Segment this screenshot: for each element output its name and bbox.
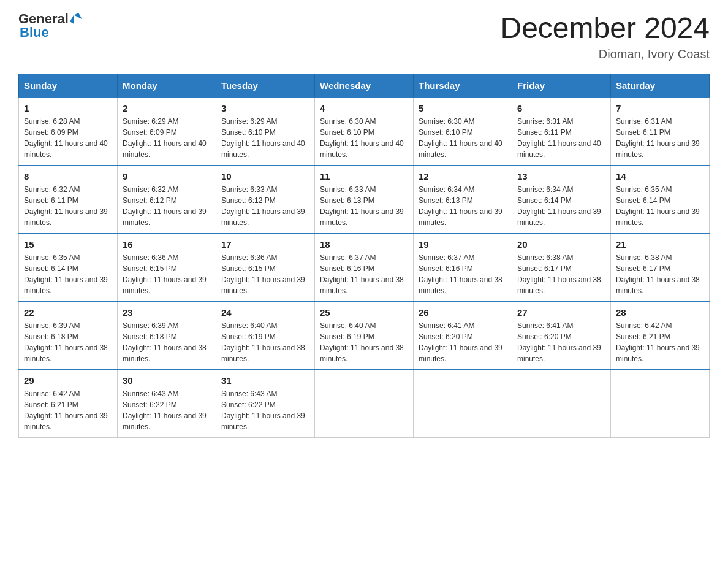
day-info: Sunrise: 6:42 AMSunset: 6:21 PMDaylight:…: [24, 388, 112, 432]
logo-text-general: General: [18, 12, 69, 26]
day-info: Sunrise: 6:42 AMSunset: 6:21 PMDaylight:…: [616, 320, 704, 364]
calendar-cell: 23 Sunrise: 6:39 AMSunset: 6:18 PMDaylig…: [118, 302, 216, 370]
calendar-cell: 29 Sunrise: 6:42 AMSunset: 6:21 PMDaylig…: [19, 370, 118, 438]
day-info: Sunrise: 6:31 AMSunset: 6:11 PMDaylight:…: [616, 116, 704, 160]
day-info: Sunrise: 6:41 AMSunset: 6:20 PMDaylight:…: [517, 320, 605, 364]
week-row-1: 1 Sunrise: 6:28 AMSunset: 6:09 PMDayligh…: [19, 98, 710, 166]
day-number: 8: [24, 171, 112, 182]
day-info: Sunrise: 6:32 AMSunset: 6:11 PMDaylight:…: [24, 184, 112, 228]
week-row-4: 22 Sunrise: 6:39 AMSunset: 6:18 PMDaylig…: [19, 302, 710, 370]
calendar-cell: 13 Sunrise: 6:34 AMSunset: 6:14 PMDaylig…: [512, 166, 611, 234]
day-info: Sunrise: 6:43 AMSunset: 6:22 PMDaylight:…: [123, 388, 211, 432]
calendar-cell: 9 Sunrise: 6:32 AMSunset: 6:12 PMDayligh…: [118, 166, 216, 234]
day-number: 2: [123, 103, 211, 113]
day-info: Sunrise: 6:38 AMSunset: 6:17 PMDaylight:…: [616, 252, 704, 296]
weekday-header-row: SundayMondayTuesdayWednesdayThursdayFrid…: [19, 74, 710, 98]
header-thursday: Thursday: [414, 74, 512, 98]
header-wednesday: Wednesday: [315, 74, 414, 98]
calendar-cell: 30 Sunrise: 6:43 AMSunset: 6:22 PMDaylig…: [118, 370, 216, 438]
calendar-cell: 28 Sunrise: 6:42 AMSunset: 6:21 PMDaylig…: [611, 302, 710, 370]
logo-text-blue: Blue: [20, 25, 49, 40]
week-row-3: 15 Sunrise: 6:35 AMSunset: 6:14 PMDaylig…: [19, 234, 710, 302]
day-info: Sunrise: 6:33 AMSunset: 6:12 PMDaylight:…: [221, 184, 309, 228]
day-info: Sunrise: 6:32 AMSunset: 6:12 PMDaylight:…: [123, 184, 211, 228]
header-monday: Monday: [118, 74, 216, 98]
calendar-cell: 15 Sunrise: 6:35 AMSunset: 6:14 PMDaylig…: [19, 234, 118, 302]
page-header: General Blue December 2024 Dioman, Ivory…: [18, 12, 710, 61]
day-number: 16: [123, 239, 211, 250]
calendar-cell: 20 Sunrise: 6:38 AMSunset: 6:17 PMDaylig…: [512, 234, 611, 302]
calendar-cell: 22 Sunrise: 6:39 AMSunset: 6:18 PMDaylig…: [19, 302, 118, 370]
calendar-cell: 6 Sunrise: 6:31 AMSunset: 6:11 PMDayligh…: [512, 98, 611, 166]
calendar-table: SundayMondayTuesdayWednesdayThursdayFrid…: [18, 74, 710, 438]
calendar-cell: 3 Sunrise: 6:29 AMSunset: 6:10 PMDayligh…: [216, 98, 315, 166]
day-info: Sunrise: 6:36 AMSunset: 6:15 PMDaylight:…: [221, 252, 309, 296]
day-number: 29: [24, 375, 112, 386]
day-info: Sunrise: 6:30 AMSunset: 6:10 PMDaylight:…: [320, 116, 408, 160]
day-number: 13: [517, 171, 605, 182]
day-number: 7: [616, 103, 704, 113]
day-info: Sunrise: 6:28 AMSunset: 6:09 PMDaylight:…: [24, 116, 112, 160]
day-number: 12: [419, 171, 507, 182]
calendar-cell: 12 Sunrise: 6:34 AMSunset: 6:13 PMDaylig…: [414, 166, 512, 234]
week-row-5: 29 Sunrise: 6:42 AMSunset: 6:21 PMDaylig…: [19, 370, 710, 438]
calendar-cell: 17 Sunrise: 6:36 AMSunset: 6:15 PMDaylig…: [216, 234, 315, 302]
calendar-cell: 26 Sunrise: 6:41 AMSunset: 6:20 PMDaylig…: [414, 302, 512, 370]
day-number: 21: [616, 239, 704, 250]
day-info: Sunrise: 6:37 AMSunset: 6:16 PMDaylight:…: [419, 252, 507, 296]
day-number: 31: [221, 375, 309, 386]
week-row-2: 8 Sunrise: 6:32 AMSunset: 6:11 PMDayligh…: [19, 166, 710, 234]
day-info: Sunrise: 6:34 AMSunset: 6:13 PMDaylight:…: [419, 184, 507, 228]
day-number: 19: [419, 239, 507, 250]
month-title: December 2024: [500, 12, 710, 45]
day-info: Sunrise: 6:41 AMSunset: 6:20 PMDaylight:…: [419, 320, 507, 364]
day-number: 25: [320, 307, 408, 318]
calendar-cell: [611, 370, 710, 438]
day-number: 26: [419, 307, 507, 318]
header-sunday: Sunday: [19, 74, 118, 98]
calendar-cell: 21 Sunrise: 6:38 AMSunset: 6:17 PMDaylig…: [611, 234, 710, 302]
day-info: Sunrise: 6:30 AMSunset: 6:10 PMDaylight:…: [419, 116, 507, 160]
day-info: Sunrise: 6:40 AMSunset: 6:19 PMDaylight:…: [320, 320, 408, 364]
calendar-cell: 25 Sunrise: 6:40 AMSunset: 6:19 PMDaylig…: [315, 302, 414, 370]
title-area: December 2024 Dioman, Ivory Coast: [500, 12, 710, 61]
day-info: Sunrise: 6:29 AMSunset: 6:09 PMDaylight:…: [123, 116, 211, 160]
day-info: Sunrise: 6:37 AMSunset: 6:16 PMDaylight:…: [320, 252, 408, 296]
day-number: 3: [221, 103, 309, 113]
calendar-cell: 24 Sunrise: 6:40 AMSunset: 6:19 PMDaylig…: [216, 302, 315, 370]
location: Dioman, Ivory Coast: [500, 47, 710, 61]
day-number: 11: [320, 171, 408, 182]
header-saturday: Saturday: [611, 74, 710, 98]
calendar-cell: [512, 370, 611, 438]
calendar-cell: [315, 370, 414, 438]
header-tuesday: Tuesday: [216, 74, 315, 98]
calendar-cell: 27 Sunrise: 6:41 AMSunset: 6:20 PMDaylig…: [512, 302, 611, 370]
day-info: Sunrise: 6:39 AMSunset: 6:18 PMDaylight:…: [123, 320, 211, 364]
day-info: Sunrise: 6:39 AMSunset: 6:18 PMDaylight:…: [24, 320, 112, 364]
day-number: 5: [419, 103, 507, 113]
calendar-cell: 5 Sunrise: 6:30 AMSunset: 6:10 PMDayligh…: [414, 98, 512, 166]
day-info: Sunrise: 6:40 AMSunset: 6:19 PMDaylight:…: [221, 320, 309, 364]
day-number: 30: [123, 375, 211, 386]
day-number: 20: [517, 239, 605, 250]
day-info: Sunrise: 6:35 AMSunset: 6:14 PMDaylight:…: [24, 252, 112, 296]
day-number: 28: [616, 307, 704, 318]
day-number: 23: [123, 307, 211, 318]
day-info: Sunrise: 6:31 AMSunset: 6:11 PMDaylight:…: [517, 116, 605, 160]
header-friday: Friday: [512, 74, 611, 98]
day-number: 14: [616, 171, 704, 182]
calendar-cell: 1 Sunrise: 6:28 AMSunset: 6:09 PMDayligh…: [19, 98, 118, 166]
day-number: 10: [221, 171, 309, 182]
day-number: 1: [24, 103, 112, 113]
calendar-cell: 10 Sunrise: 6:33 AMSunset: 6:12 PMDaylig…: [216, 166, 315, 234]
calendar-cell: 8 Sunrise: 6:32 AMSunset: 6:11 PMDayligh…: [19, 166, 118, 234]
day-number: 22: [24, 307, 112, 318]
calendar-cell: 18 Sunrise: 6:37 AMSunset: 6:16 PMDaylig…: [315, 234, 414, 302]
calendar-cell: 2 Sunrise: 6:29 AMSunset: 6:09 PMDayligh…: [118, 98, 216, 166]
calendar-cell: 19 Sunrise: 6:37 AMSunset: 6:16 PMDaylig…: [414, 234, 512, 302]
day-number: 6: [517, 103, 605, 113]
calendar-cell: 16 Sunrise: 6:36 AMSunset: 6:15 PMDaylig…: [118, 234, 216, 302]
day-info: Sunrise: 6:33 AMSunset: 6:13 PMDaylight:…: [320, 184, 408, 228]
calendar-cell: 7 Sunrise: 6:31 AMSunset: 6:11 PMDayligh…: [611, 98, 710, 166]
day-info: Sunrise: 6:35 AMSunset: 6:14 PMDaylight:…: [616, 184, 704, 228]
